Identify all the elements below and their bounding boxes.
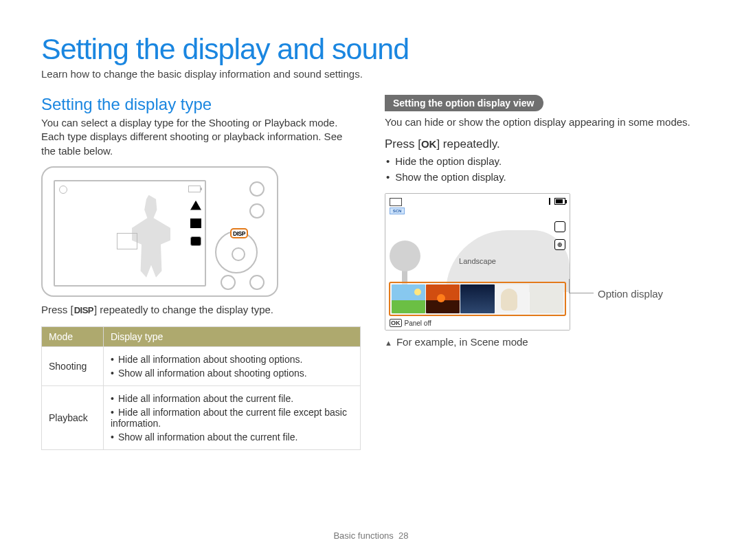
camera-lcd xyxy=(54,180,206,287)
page-intro: Learn how to change the basic display in… xyxy=(41,68,701,80)
list-item: Hide all information about the current f… xyxy=(111,392,353,405)
camera-illustration: DISP xyxy=(41,166,357,297)
cell-type-playback: Hide all information about the current f… xyxy=(104,385,361,449)
scene-screen: SCN ⊕ Landscape xyxy=(385,193,570,331)
signal-icon xyxy=(549,198,550,205)
option-display-callout: Option display xyxy=(598,288,663,300)
footer-section: Basic functions xyxy=(333,530,393,541)
camera-button-2 xyxy=(249,203,265,219)
flash-icon xyxy=(190,219,201,228)
cell-mode-shooting: Shooting xyxy=(42,346,104,385)
left-column: Setting the display type You can select … xyxy=(41,95,357,450)
list-item: Hide the option display. xyxy=(386,154,701,170)
table-header-mode: Mode xyxy=(42,326,104,346)
list-item: Show all information about the current f… xyxy=(111,430,353,444)
two-column-layout: Setting the display type You can select … xyxy=(41,95,701,450)
resolution-badge-icon xyxy=(554,221,565,232)
table-header-type: Display type xyxy=(104,326,361,346)
option-display-pill: Setting the option display view xyxy=(385,95,543,111)
camera-button-1 xyxy=(249,181,265,197)
lcd-side-icons xyxy=(190,201,201,246)
display-type-table: Mode Display type Shooting Hide all info… xyxy=(41,326,361,450)
scene-thumb-night xyxy=(460,284,494,313)
right-column: Setting the option display view You can … xyxy=(385,95,701,450)
display-type-paragraph: You can select a display type for the Sh… xyxy=(41,116,357,158)
scene-example-note: For example, in Scene mode xyxy=(385,336,701,348)
list-item: Show the option display. xyxy=(386,170,701,186)
instr-prefix: Press [ xyxy=(41,304,74,315)
cell-mode-playback: Playback xyxy=(42,385,104,449)
camera-button-3 xyxy=(221,275,236,290)
scene-mode-label: Landscape xyxy=(385,257,570,265)
disp-key-glyph: DISP xyxy=(74,305,94,315)
panel-off-text: Panel off xyxy=(405,320,431,327)
page-footer: Basic functions 28 xyxy=(0,530,742,541)
globe-icon: ⊕ xyxy=(554,239,565,250)
press-suffix: ] repeatedly. xyxy=(436,137,499,150)
scene-top-left-icons: SCN xyxy=(390,198,405,214)
camera-body-outline: DISP xyxy=(41,166,278,297)
footer-page-number: 28 xyxy=(398,530,408,541)
scene-top-right-icons xyxy=(549,198,565,205)
panel-off-caption: OK Panel off xyxy=(390,319,431,327)
scene-thumb-text xyxy=(530,284,563,313)
movie-mode-icon xyxy=(390,198,402,206)
scn-badge-icon: SCN xyxy=(390,208,405,214)
option-display-paragraph: You can hide or show the option display … xyxy=(385,115,701,129)
ok-key-glyph: OK xyxy=(421,138,437,150)
cell-type-shooting: Hide all information about shooting opti… xyxy=(104,346,361,385)
scene-thumb-sunset xyxy=(426,284,460,313)
camera-top-buttons xyxy=(249,181,265,219)
scene-thumb-landscape xyxy=(392,284,425,313)
tree-crown-icon xyxy=(390,240,420,271)
camera-button-4 xyxy=(249,275,265,290)
camera-dpad: DISP xyxy=(215,231,258,273)
table-row: Playback Hide all information about the … xyxy=(42,385,361,449)
list-item: Show all information about shooting opti… xyxy=(111,366,353,380)
scene-thumb-portrait xyxy=(495,284,529,313)
page-title: Setting the display and sound xyxy=(41,34,701,64)
option-display-bullets: Hide the option display. Show the option… xyxy=(385,154,701,185)
callout-connector-line xyxy=(569,293,594,293)
battery-icon xyxy=(554,198,565,205)
disp-key-badge: DISP xyxy=(230,228,248,238)
disp-instruction: Press [DISP] repeatedly to change the di… xyxy=(41,304,357,315)
press-prefix: Press [ xyxy=(385,137,421,150)
scene-illustration-wrapper: SCN ⊕ Landscape xyxy=(385,193,701,348)
stabilizer-icon xyxy=(190,236,201,246)
scene-right-icons: ⊕ xyxy=(554,221,565,250)
ok-small-key-icon: OK xyxy=(390,319,402,327)
table-row: Shooting Hide all information about shoo… xyxy=(42,346,361,385)
instr-suffix: ] repeatedly to change the display type. xyxy=(94,304,273,315)
battery-icon xyxy=(188,186,201,192)
list-item: Hide all information about shooting opti… xyxy=(111,352,353,366)
resolution-icon xyxy=(190,201,201,210)
mode-indicator-icon xyxy=(59,186,67,194)
list-item: Hide all information about the current f… xyxy=(111,405,353,430)
section-heading-display-type: Setting the display type xyxy=(41,95,357,114)
option-display-strip xyxy=(389,282,566,316)
press-ok-instruction: Press [OK] repeatedly. xyxy=(385,137,701,151)
focus-frame-icon xyxy=(117,233,137,249)
camera-bottom-buttons xyxy=(221,275,265,290)
